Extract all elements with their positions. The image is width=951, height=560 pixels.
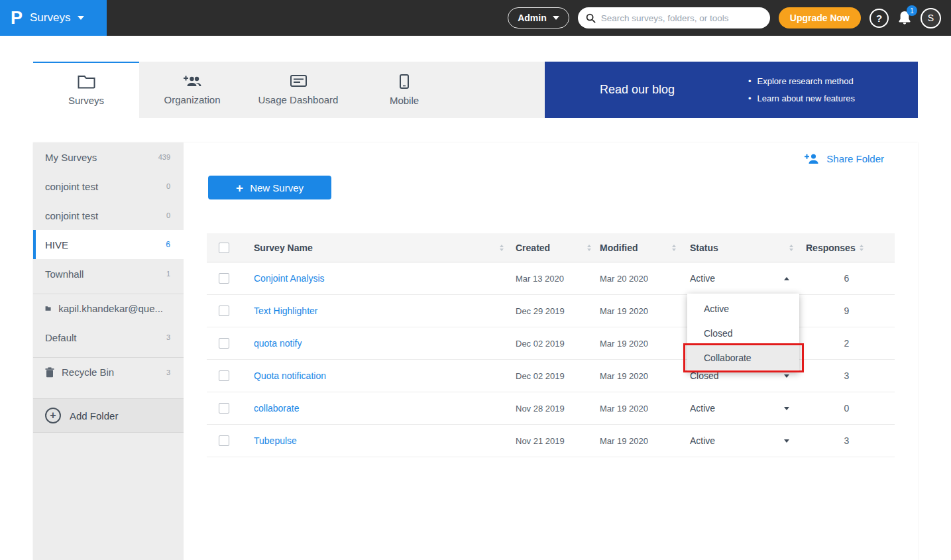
- modified-date: Mar 19 2020: [600, 404, 648, 414]
- sort-icon[interactable]: [789, 245, 793, 251]
- tab-organization[interactable]: Organization: [139, 62, 245, 118]
- row-checkbox[interactable]: [219, 435, 229, 446]
- modified-date: Mar 19 2020: [600, 306, 648, 316]
- tab-label: Surveys: [68, 95, 104, 106]
- tab-mobile[interactable]: Mobile: [351, 62, 457, 118]
- sidebar-item-shared-folder[interactable]: kapil.khandekar@que...: [33, 294, 184, 323]
- sort-icon[interactable]: [587, 245, 591, 251]
- sort-icon[interactable]: [672, 245, 676, 251]
- banner-bullet: Learn about new features: [748, 93, 855, 103]
- dashboard-icon: [290, 75, 307, 88]
- share-person-icon: [804, 153, 819, 164]
- survey-name-link[interactable]: collaborate: [254, 403, 300, 414]
- upgrade-button[interactable]: Upgrade Now: [779, 7, 861, 28]
- status-option-collaborate[interactable]: Collaborate: [687, 345, 799, 370]
- sidebar-item-hive[interactable]: HIVE 6: [33, 230, 184, 259]
- admin-dropdown[interactable]: Admin: [508, 7, 569, 28]
- chevron-up-icon[interactable]: [784, 277, 789, 280]
- created-date: Mar 13 2020: [516, 274, 564, 284]
- sidebar-item-conjoint-test-2[interactable]: conjoint test 0: [33, 201, 184, 230]
- row-checkbox[interactable]: [219, 306, 229, 316]
- row-checkbox[interactable]: [219, 370, 229, 381]
- chevron-down-icon[interactable]: [784, 407, 789, 410]
- select-all-checkbox[interactable]: [219, 243, 229, 253]
- tab-strip: Surveys Organization: [33, 62, 918, 118]
- help-button[interactable]: ?: [869, 9, 889, 28]
- share-folder-label: Share Folder: [826, 153, 884, 164]
- status-value: Active: [690, 435, 715, 446]
- folder-label: Townhall: [45, 268, 84, 280]
- table-header-row: Survey Name Created Modified Status: [207, 233, 895, 262]
- header-label: Status: [690, 243, 718, 253]
- folder-label: HIVE: [45, 239, 68, 251]
- sidebar-item-default[interactable]: Default 3: [33, 323, 184, 352]
- tab-usage-dashboard[interactable]: Usage Dashboard: [245, 62, 351, 118]
- status-option-active[interactable]: Active: [687, 296, 799, 321]
- folder-label: Recycle Bin: [62, 366, 114, 378]
- add-folder-button[interactable]: Add Folder: [33, 398, 184, 433]
- header-checkbox-cell: [207, 243, 245, 253]
- status-dropdown-menu: Active Closed Collaborate: [687, 294, 799, 372]
- survey-name-link[interactable]: Conjoint Analysis: [254, 273, 325, 284]
- folder-count: 6: [166, 240, 170, 249]
- folder-label: conjoint test: [45, 210, 98, 221]
- topbar: P Surveys Admin Upgrade Now ?: [0, 0, 951, 36]
- folder-count: 439: [158, 153, 170, 161]
- sort-icon[interactable]: [500, 245, 504, 251]
- search-input[interactable]: [601, 13, 762, 23]
- tab-surveys[interactable]: Surveys: [33, 62, 139, 118]
- row-checkbox[interactable]: [219, 403, 229, 414]
- survey-name-link[interactable]: Quota notification: [254, 370, 326, 381]
- new-survey-button[interactable]: + New Survey: [208, 176, 331, 199]
- search-icon: [586, 13, 596, 23]
- header-label: Responses: [806, 243, 856, 253]
- chevron-down-icon[interactable]: [784, 374, 789, 378]
- header-responses: Responses: [799, 243, 895, 253]
- tab-label: Usage Dashboard: [258, 94, 339, 105]
- survey-name-link[interactable]: Tubepulse: [254, 435, 297, 446]
- sort-icon[interactable]: [860, 245, 864, 251]
- plus-circle-icon: [45, 408, 61, 423]
- sidebar-item-my-surveys[interactable]: My Surveys 439: [33, 142, 184, 172]
- chevron-down-icon[interactable]: [784, 439, 789, 443]
- table-row: Tubepulse Nov 21 2019 Mar 19 2020 Active…: [207, 425, 895, 457]
- row-checkbox[interactable]: [219, 273, 229, 284]
- shared-folder-icon: [45, 304, 51, 313]
- folder-count: 0: [166, 211, 170, 219]
- row-checkbox[interactable]: [219, 338, 229, 349]
- product-switcher[interactable]: P Surveys: [0, 0, 107, 36]
- questionpro-logo: P: [11, 8, 23, 28]
- header-created: Created: [510, 243, 595, 253]
- chevron-down-icon: [553, 16, 559, 20]
- question-mark-icon: ?: [876, 13, 882, 24]
- table-row: collaborate Nov 28 2019 Mar 19 2020 Acti…: [207, 392, 895, 425]
- header-status: Status: [683, 243, 799, 253]
- notifications-button[interactable]: 1: [897, 10, 912, 26]
- chevron-down-icon: [78, 16, 84, 20]
- sidebar-item-townhall[interactable]: Townhall 1: [33, 259, 184, 288]
- status-option-closed[interactable]: Closed: [687, 321, 799, 345]
- modified-date: Mar 19 2020: [600, 436, 648, 446]
- share-folder-button[interactable]: Share Folder: [804, 153, 884, 164]
- survey-name-link[interactable]: Text Highlighter: [254, 306, 318, 316]
- global-search[interactable]: [578, 7, 770, 28]
- topbar-actions: Admin Upgrade Now ? 1: [508, 0, 951, 36]
- sidebar-item-recycle-bin[interactable]: Recycle Bin 3: [33, 357, 184, 386]
- responses-count: 6: [799, 273, 895, 284]
- blog-banner[interactable]: Read our blog Explore research method Le…: [545, 62, 918, 118]
- folder-label: kapil.khandekar@que...: [58, 303, 163, 314]
- folder-count: 3: [166, 333, 170, 341]
- sidebar-item-conjoint-test-1[interactable]: conjoint test 0: [33, 172, 184, 201]
- folders-sidebar: My Surveys 439 conjoint test 0 conjoint …: [33, 142, 184, 560]
- banner-bullet: Explore research method: [748, 76, 855, 86]
- user-avatar[interactable]: S: [921, 8, 941, 28]
- created-date: Nov 21 2019: [516, 436, 565, 446]
- responses-count: 0: [799, 403, 895, 414]
- notification-badge: 1: [907, 5, 917, 16]
- header-survey-name: Survey Name: [245, 243, 510, 253]
- header-label: Survey Name: [254, 243, 313, 253]
- survey-name-link[interactable]: quota notify: [254, 338, 302, 349]
- header-label: Modified: [600, 243, 638, 253]
- trash-icon: [45, 367, 54, 378]
- table-row: Conjoint Analysis Mar 13 2020 Mar 20 202…: [207, 262, 895, 295]
